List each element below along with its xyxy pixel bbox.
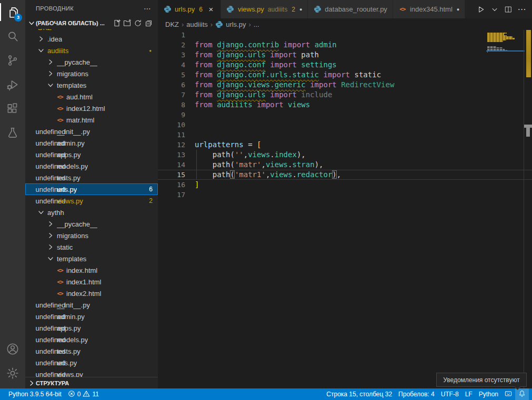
status-indentation[interactable]: Пробелов: 4 bbox=[395, 388, 438, 400]
tab-urls.py[interactable]: urls.py6× bbox=[158, 0, 221, 18]
tree-item-aud.html[interactable]: <>aud.html bbox=[25, 91, 158, 102]
activity-item-testing[interactable] bbox=[0, 121, 25, 145]
tree-item-index1.html[interactable]: <>index1.html bbox=[25, 276, 158, 288]
py-file-icon: undefined bbox=[46, 197, 55, 205]
line-number: 13 bbox=[158, 150, 185, 160]
sidebar-more-actions-icon[interactable]: ⋯ bbox=[144, 4, 152, 13]
run-dropdown-button[interactable] bbox=[489, 4, 500, 15]
breadcrumb-item-label: urls.py bbox=[226, 20, 246, 28]
py-file-icon: undefined bbox=[46, 370, 55, 377]
tree-item-models.py[interactable]: undefinedmodels.py bbox=[25, 334, 158, 345]
breadcrumb-item-...[interactable]: ... bbox=[254, 20, 259, 28]
breadcrumb-item-audiiits[interactable]: audiiits bbox=[186, 20, 207, 28]
code-line-5: 5from django.conf.urls.static import sta… bbox=[158, 70, 532, 80]
tree-item-index2.html[interactable]: <>index2.html bbox=[25, 288, 158, 299]
tree-item-aythh[interactable]: aythh bbox=[25, 207, 158, 218]
code-line-15: 15 path('matr1',views.redactor), bbox=[158, 170, 532, 180]
tree-item-urls.py[interactable]: undefinedurls.py6 bbox=[25, 183, 158, 195]
workspace-label: (РАБОЧАЯ ОБЛАСТЬ) ... bbox=[36, 20, 112, 26]
tab-problems-badge: 6 bbox=[199, 6, 203, 13]
tree-item-label: __pycache__ bbox=[57, 220, 97, 228]
outline-section-header[interactable]: СТРУКТУРА bbox=[25, 377, 158, 388]
refresh-icon[interactable] bbox=[133, 18, 143, 28]
tree-item-apps.py[interactable]: undefinedapps.py bbox=[25, 149, 158, 160]
tab-database_roouter.py[interactable]: database_roouter.py bbox=[308, 0, 393, 18]
tree-item-migrations[interactable]: migrations bbox=[25, 230, 158, 241]
code-line-2: 2from django.contrib import admin bbox=[158, 40, 532, 50]
activity-item-settings[interactable] bbox=[0, 361, 25, 385]
tree-item-matr.html[interactable]: <>matr.html bbox=[25, 114, 158, 126]
code-line-12: 12urlpatterns = [ bbox=[158, 140, 532, 150]
html-file-icon: <> bbox=[56, 116, 64, 124]
tree-item-label: templates bbox=[57, 81, 86, 89]
tab-index345.html[interactable]: <>index345.html● bbox=[393, 0, 465, 18]
py-file-icon: undefined bbox=[46, 150, 55, 159]
breadcrumb-item-urls.py[interactable]: urls.py bbox=[215, 20, 246, 28]
run-button[interactable] bbox=[475, 4, 487, 15]
tree-item-admin.py[interactable]: undefinedadmin.py bbox=[25, 311, 158, 322]
status-label: Python 3.9.5 64-bit bbox=[8, 391, 62, 398]
activity-item-account[interactable] bbox=[0, 337, 25, 361]
line-number: 17 bbox=[158, 190, 185, 200]
status-python-interpreter[interactable]: Python 3.9.5 64-bit bbox=[5, 388, 65, 400]
status-encoding[interactable]: UTF-8 bbox=[438, 388, 462, 400]
line-number: 2 bbox=[158, 40, 185, 50]
code-editor[interactable]: 12from django.contrib import admin3from … bbox=[158, 30, 532, 388]
tree-item-models.py[interactable]: undefinedmodels.py bbox=[25, 160, 158, 172]
new-folder-icon[interactable] bbox=[122, 18, 133, 28]
tab-views.py[interactable]: views.pyaudiiits2● bbox=[221, 0, 308, 18]
status-problems[interactable]: 011 bbox=[65, 388, 102, 400]
tree-item-audiiits[interactable]: audiiits● bbox=[25, 45, 158, 56]
close-icon[interactable]: × bbox=[207, 5, 215, 14]
chevron-right-icon bbox=[46, 231, 55, 240]
activity-item-run-debug[interactable] bbox=[0, 73, 25, 97]
status-cursor-position[interactable]: Строка 15, столбец 32 bbox=[323, 388, 395, 400]
status-label: UTF-8 bbox=[441, 391, 459, 398]
tree-item-views.py[interactable]: undefinedviews.py bbox=[25, 368, 158, 377]
split-editor-button[interactable] bbox=[503, 4, 514, 15]
tree-item-migrations[interactable]: migrations bbox=[25, 68, 158, 79]
tree-item-__pycache__[interactable]: __pycache__ bbox=[25, 218, 158, 230]
workspace-header[interactable]: (РАБОЧАЯ ОБЛАСТЬ) ... bbox=[25, 17, 158, 29]
tree-item-admin.py[interactable]: undefinedadmin.py bbox=[25, 137, 158, 149]
tree-item-apps.py[interactable]: undefinedapps.py bbox=[25, 322, 158, 334]
breadcrumb: DKZ›audiiits›urls.py›... bbox=[158, 18, 532, 30]
status-bar-right: Строка 15, столбец 32Пробелов: 4UTF-8LFP… bbox=[323, 388, 532, 400]
html-file-icon: <> bbox=[56, 278, 64, 286]
activity-item-explorer[interactable]: 3 bbox=[0, 0, 25, 24]
python-file-icon bbox=[226, 5, 235, 14]
tree-item-label: __init__.py bbox=[57, 128, 90, 136]
more-actions-button[interactable]: ⋯ bbox=[516, 4, 528, 15]
tree-item-__pycache__[interactable]: __pycache__ bbox=[25, 56, 158, 68]
collapse-all-icon[interactable] bbox=[143, 18, 154, 28]
tree-item-__init__.py[interactable]: undefined__init__.py bbox=[25, 126, 158, 137]
warning-count: 11 bbox=[92, 391, 98, 398]
tree-item-tests.py[interactable]: undefinedtests.py bbox=[25, 345, 158, 357]
tree-item-static[interactable]: static bbox=[25, 241, 158, 253]
new-file-icon[interactable] bbox=[112, 18, 122, 28]
status-feedback[interactable] bbox=[501, 388, 515, 400]
breadcrumb-item-DKZ[interactable]: DKZ bbox=[165, 20, 179, 28]
status-notifications[interactable] bbox=[515, 388, 529, 400]
tree-item-index12.html[interactable]: <>index12.html bbox=[25, 102, 158, 114]
py-file-icon: undefined bbox=[46, 301, 55, 309]
vscode-window: 3 ПРОВОДНИК ⋯ (РАБОЧАЯ ОБЛАСТЬ) ... DKZ●… bbox=[0, 0, 532, 400]
status-language-mode[interactable]: Python bbox=[476, 388, 501, 400]
chevron-right-icon bbox=[37, 35, 45, 43]
tree-item-tests.py[interactable]: undefinedtests.py bbox=[25, 172, 158, 183]
activity-item-extensions[interactable] bbox=[0, 97, 25, 121]
tree-item-templates[interactable]: templates bbox=[25, 79, 158, 91]
tree-item-.idea[interactable]: .idea bbox=[25, 33, 158, 45]
tree-item-DKZ[interactable]: DKZ● bbox=[25, 29, 158, 33]
tree-item-views.py[interactable]: undefinedviews.py2 bbox=[25, 195, 158, 207]
tree-item-__init__.py[interactable]: undefined__init__.py bbox=[25, 299, 158, 311]
status-eol[interactable]: LF bbox=[462, 388, 476, 400]
tree-item-templates[interactable]: templates bbox=[25, 253, 158, 264]
tree-item-index.html[interactable]: <>index.html bbox=[25, 264, 158, 276]
activity-item-source-control[interactable] bbox=[0, 48, 25, 73]
line-number: 10 bbox=[158, 120, 185, 130]
status-label: LF bbox=[465, 391, 473, 398]
tree-item-urls.py[interactable]: undefinedurls.py bbox=[25, 357, 158, 368]
activity-item-search[interactable] bbox=[0, 24, 25, 48]
tree-item-label: index12.html bbox=[66, 105, 105, 112]
